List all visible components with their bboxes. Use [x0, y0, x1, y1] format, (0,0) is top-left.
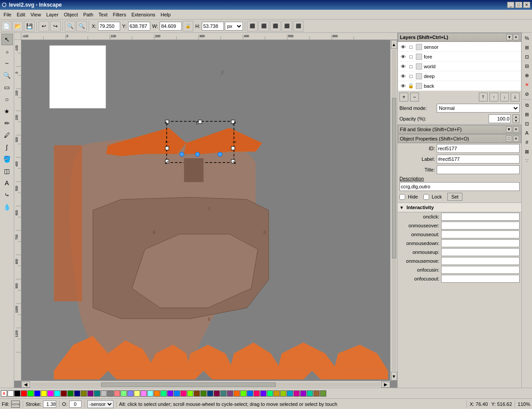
view-button-1[interactable]: ⧉: [523, 101, 532, 109]
layer-row-deep[interactable]: 👁 □ deep: [398, 71, 521, 81]
layer-row-fore[interactable]: 👁 □ fore: [398, 52, 521, 62]
menu-item-layer[interactable]: Layer: [43, 11, 61, 18]
palette-color-26[interactable]: [180, 390, 187, 397]
palette-color-18[interactable]: [127, 390, 133, 397]
undo-button[interactable]: ↩: [39, 21, 49, 31]
snap-button-5[interactable]: ⊕: [523, 71, 532, 80]
scroll-right-button[interactable]: ▶: [381, 382, 390, 388]
layers-panel-header[interactable]: Layers (Shift+Ctrl+L) ▼ ✕: [398, 33, 521, 42]
palette-color-42[interactable]: [287, 390, 293, 397]
menu-item-filters[interactable]: Filters: [110, 11, 129, 18]
zoom-tool[interactable]: 🔍: [1, 70, 13, 81]
palette-color-19[interactable]: [134, 390, 140, 397]
blend-mode-select[interactable]: Normal Multiply Screen Overlay Darken Li…: [437, 104, 520, 113]
palette-color-39[interactable]: [267, 390, 273, 397]
y-input[interactable]: [128, 22, 150, 31]
onmouseup-input[interactable]: [441, 248, 520, 256]
palette-color-40[interactable]: [274, 390, 280, 397]
palette-color-34[interactable]: [234, 390, 240, 397]
palette-color-32[interactable]: [220, 390, 227, 397]
menu-item-view[interactable]: View: [28, 11, 44, 18]
horizontal-scrollbar[interactable]: ◀ ▶: [21, 381, 390, 388]
layer-eye-back[interactable]: 👁: [400, 83, 406, 89]
onclick-input[interactable]: [441, 213, 520, 221]
view-button-5[interactable]: #: [523, 138, 532, 147]
layer-lock-back[interactable]: 🔒: [408, 83, 414, 89]
palette-color-38[interactable]: [260, 390, 266, 397]
align-bottom-button[interactable]: ⬛: [293, 21, 304, 31]
title-input[interactable]: [437, 165, 520, 174]
dropper-tool[interactable]: 💧: [1, 201, 13, 213]
add-layer-button[interactable]: +: [399, 93, 408, 101]
vertical-scrollbar[interactable]: ▲ ▼: [390, 40, 397, 381]
description-input[interactable]: [399, 182, 520, 191]
menu-item-extensions[interactable]: Extensions: [129, 11, 158, 18]
snap-button-6[interactable]: ✕: [523, 80, 532, 89]
maximize-button[interactable]: □: [515, 2, 522, 8]
lock-checkbox[interactable]: [423, 194, 429, 200]
canvas-scroll[interactable]: p: [21, 40, 390, 381]
view-button-2[interactable]: ⊞: [523, 110, 532, 119]
palette-color-17[interactable]: [121, 390, 127, 397]
star-tool[interactable]: ★: [1, 105, 13, 117]
text-tool[interactable]: A: [1, 177, 13, 189]
view-button-6[interactable]: ⊠: [523, 147, 532, 156]
vscroll-thumb[interactable]: [392, 98, 396, 259]
palette-color-35[interactable]: [240, 390, 246, 397]
palette-color-21[interactable]: [147, 390, 153, 397]
scroll-left-button[interactable]: ◀: [21, 382, 30, 388]
palette-color-14[interactable]: [101, 390, 107, 397]
lock-aspect-button[interactable]: 🔒: [183, 21, 193, 31]
palette-color-30[interactable]: [207, 390, 213, 397]
zoom-out-button[interactable]: 🔍: [76, 21, 87, 31]
palette-color-13[interactable]: [94, 390, 100, 397]
palette-color-15[interactable]: [107, 390, 113, 397]
menu-item-path[interactable]: Path: [81, 11, 96, 18]
zoom-in-button[interactable]: 🔍: [65, 21, 75, 31]
stroke-value-input[interactable]: [43, 401, 56, 408]
unit-select[interactable]: pxmmcmin: [225, 22, 243, 31]
palette-color-33[interactable]: [227, 390, 233, 397]
palette-color-27[interactable]: [187, 390, 193, 397]
layers-expand-button[interactable]: ▼: [506, 34, 512, 40]
snap-button-2[interactable]: ⊞: [523, 43, 532, 52]
layer-lock-deep[interactable]: □: [408, 73, 414, 79]
pencil-tool[interactable]: ✏: [1, 117, 13, 129]
layer-row-sensor[interactable]: 👁 □ sensor: [398, 42, 521, 52]
minimize-button[interactable]: _: [507, 2, 514, 8]
set-button[interactable]: Set: [447, 193, 463, 201]
pen-tool[interactable]: 🖊: [1, 129, 13, 141]
palette-color-29[interactable]: [200, 390, 207, 397]
menu-item-help[interactable]: Help: [158, 11, 173, 18]
palette-color-47[interactable]: [320, 390, 326, 397]
snap-button-7[interactable]: ⊘: [523, 90, 532, 98]
view-button-4[interactable]: A: [523, 129, 532, 137]
description-label[interactable]: Description: [399, 176, 424, 181]
palette-color-31[interactable]: [214, 390, 220, 397]
palette-color-1[interactable]: [14, 390, 20, 397]
calligraphy-tool[interactable]: ∫: [1, 141, 13, 153]
remove-layer-button[interactable]: −: [410, 93, 419, 101]
hscroll-thumb[interactable]: [101, 382, 276, 387]
palette-color-6[interactable]: [47, 390, 54, 397]
snap-button-4[interactable]: ⊟: [523, 62, 532, 70]
palette-color-4[interactable]: [34, 390, 40, 397]
view-button-7[interactable]: ∵: [523, 156, 532, 165]
opacity-input[interactable]: [489, 114, 511, 123]
layer-move-down-button[interactable]: ↓: [500, 93, 509, 101]
palette-color-41[interactable]: [280, 390, 286, 397]
layer-eye-deep[interactable]: 👁: [400, 73, 406, 79]
palette-color-44[interactable]: [300, 390, 306, 397]
palette-color-22[interactable]: [154, 390, 160, 397]
scroll-down-button[interactable]: ▼: [391, 372, 397, 381]
palette-color-24[interactable]: [167, 390, 173, 397]
onmouseover-input[interactable]: [441, 222, 520, 230]
palette-color-46[interactable]: [313, 390, 320, 397]
palette-color-9[interactable]: [67, 390, 74, 397]
palette-color-2[interactable]: [21, 390, 27, 397]
layer-move-top-button[interactable]: ⤒: [479, 93, 488, 101]
palette-color-20[interactable]: [141, 390, 147, 397]
palette-color-28[interactable]: [194, 390, 200, 397]
open-button[interactable]: 📂: [12, 21, 23, 31]
save-button[interactable]: 💾: [24, 21, 35, 31]
